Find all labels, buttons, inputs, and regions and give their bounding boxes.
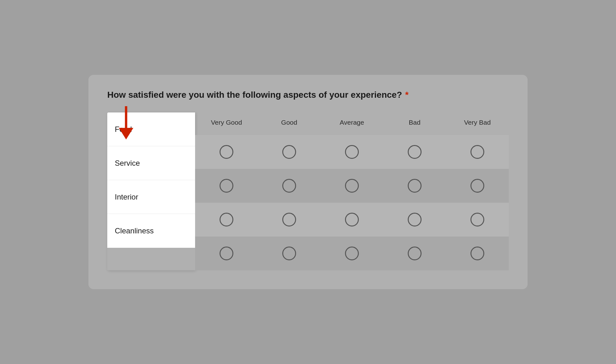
food-bad-cell[interactable]: [383, 145, 446, 159]
cleanliness-bad-radio[interactable]: [408, 247, 422, 260]
col-header-good: Good: [258, 112, 321, 135]
required-marker: *: [405, 90, 409, 100]
food-very-bad-radio[interactable]: [470, 145, 484, 159]
service-good-radio[interactable]: [282, 179, 296, 193]
col-header-very-good: Very Good: [195, 112, 258, 135]
data-rows: [195, 135, 509, 270]
service-bad-radio[interactable]: [408, 179, 422, 193]
service-very-good-cell[interactable]: [195, 179, 258, 193]
interior-bad-cell[interactable]: [383, 213, 446, 226]
service-good-cell[interactable]: [258, 179, 321, 193]
survey-grid: Food Service Interior Cleanliness Very G…: [107, 112, 509, 270]
service-average-cell[interactable]: [321, 179, 383, 193]
data-row-cleanliness: [195, 237, 509, 270]
interior-very-bad-cell[interactable]: [446, 213, 509, 226]
interior-very-bad-radio[interactable]: [470, 213, 484, 226]
interior-very-good-cell[interactable]: [195, 213, 258, 226]
interior-good-radio[interactable]: [282, 213, 296, 226]
cleanliness-average-radio[interactable]: [345, 247, 359, 260]
label-row-service: Service: [107, 146, 195, 180]
label-row-cleanliness: Cleanliness: [107, 214, 195, 248]
cleanliness-very-bad-cell[interactable]: [446, 247, 509, 260]
service-average-radio[interactable]: [345, 179, 359, 193]
survey-card: How satisfied were you with the followin…: [88, 75, 528, 289]
food-good-cell[interactable]: [258, 145, 321, 159]
cleanliness-average-cell[interactable]: [321, 247, 383, 260]
label-interior: Interior: [115, 193, 138, 201]
food-very-bad-cell[interactable]: [446, 145, 509, 159]
col-header-average: Average: [321, 112, 383, 135]
cleanliness-good-cell[interactable]: [258, 247, 321, 260]
food-good-radio[interactable]: [282, 145, 296, 159]
service-very-bad-cell[interactable]: [446, 179, 509, 193]
cleanliness-very-bad-radio[interactable]: [470, 247, 484, 260]
label-service: Service: [115, 159, 140, 168]
service-very-bad-radio[interactable]: [470, 179, 484, 193]
data-row-food: [195, 135, 509, 169]
service-bad-cell[interactable]: [383, 179, 446, 193]
interior-average-cell[interactable]: [321, 213, 383, 226]
food-very-good-radio[interactable]: [220, 145, 233, 159]
interior-very-good-radio[interactable]: [220, 213, 233, 226]
question-container: How satisfied were you with the followin…: [107, 90, 509, 100]
cleanliness-bad-cell[interactable]: [383, 247, 446, 260]
label-cleanliness: Cleanliness: [115, 226, 154, 235]
cleanliness-very-good-cell[interactable]: [195, 247, 258, 260]
col-header-very-bad: Very Bad: [446, 112, 509, 135]
data-row-interior: [195, 203, 509, 237]
down-arrow-icon: [117, 106, 135, 144]
data-panel: Very Good Good Average Bad Very Bad: [195, 112, 509, 270]
food-bad-radio[interactable]: [408, 145, 422, 159]
col-header-bad: Bad: [383, 112, 446, 135]
label-row-interior: Interior: [107, 180, 195, 214]
question-text: How satisfied were you with the followin…: [107, 90, 402, 100]
data-row-service: [195, 169, 509, 203]
cleanliness-good-radio[interactable]: [282, 247, 296, 260]
cleanliness-very-good-radio[interactable]: [220, 247, 233, 260]
arrow-container: [117, 106, 135, 144]
interior-good-cell[interactable]: [258, 213, 321, 226]
food-very-good-cell[interactable]: [195, 145, 258, 159]
column-headers: Very Good Good Average Bad Very Bad: [195, 112, 509, 135]
svg-marker-1: [119, 128, 133, 139]
service-very-good-radio[interactable]: [220, 179, 233, 193]
food-average-cell[interactable]: [321, 145, 383, 159]
interior-bad-radio[interactable]: [408, 213, 422, 226]
interior-average-radio[interactable]: [345, 213, 359, 226]
food-average-radio[interactable]: [345, 145, 359, 159]
